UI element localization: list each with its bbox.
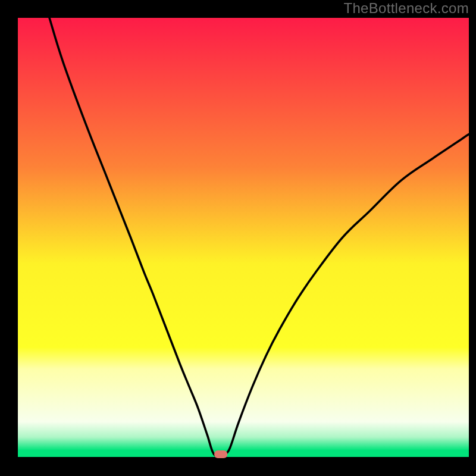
plot-background bbox=[18, 18, 469, 457]
optimal-point-marker bbox=[214, 450, 227, 458]
chart-stage: TheBottleneck.com bbox=[0, 0, 476, 476]
watermark-text: TheBottleneck.com bbox=[343, 0, 469, 17]
bottleneck-plot bbox=[0, 0, 476, 476]
